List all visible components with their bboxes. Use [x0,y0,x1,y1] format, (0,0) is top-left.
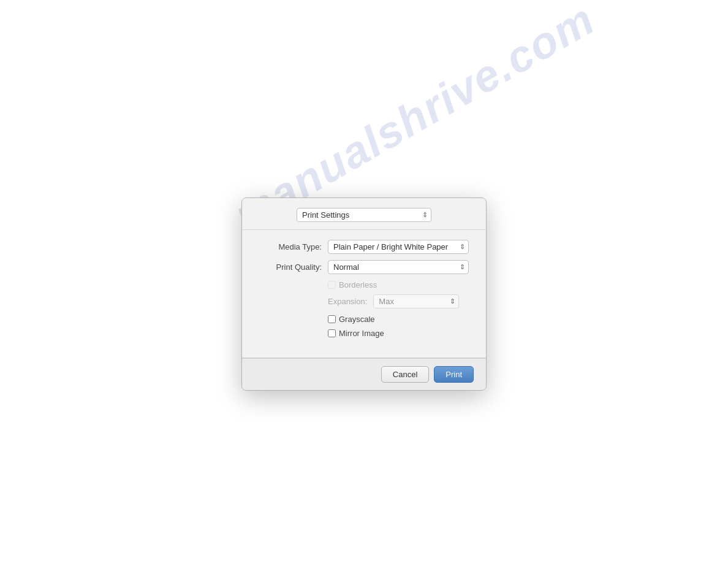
cancel-button[interactable]: Cancel [381,366,429,383]
media-type-dropdown[interactable]: Plain Paper / Bright White Paper Photo P… [328,240,469,254]
mirror-image-label: Mirror Image [339,329,384,338]
panel-selector-section: Print Settings Layout Color Matching Pap… [242,198,486,230]
mirror-image-checkbox[interactable] [328,329,336,337]
media-type-select-wrapper[interactable]: Plain Paper / Bright White Paper Photo P… [328,240,469,254]
borderless-label: Borderless [339,280,377,289]
media-type-row: Media Type: Plain Paper / Bright White P… [254,240,474,254]
dialog-body: Media Type: Plain Paper / Bright White P… [242,230,486,353]
grayscale-label: Grayscale [339,315,375,324]
print-quality-label: Print Quality: [254,262,322,272]
expansion-label: Expansion: [328,297,367,306]
expansion-dropdown[interactable]: Min Mid Max [373,294,459,308]
expansion-row: Expansion: Min Mid Max [254,294,474,308]
dialog-footer: Cancel Print [242,358,486,390]
print-quality-dropdown[interactable]: Draft Normal Fine Super Fine Best Photo [328,260,469,274]
print-quality-row: Print Quality: Draft Normal Fine Super F… [254,260,474,274]
media-type-label: Media Type: [254,242,322,251]
print-button[interactable]: Print [434,366,474,383]
grayscale-checkbox[interactable] [328,315,336,323]
grayscale-row: Grayscale [254,315,474,324]
borderless-checkbox[interactable] [328,281,336,289]
print-quality-select-wrapper[interactable]: Draft Normal Fine Super Fine Best Photo [328,260,469,274]
panel-selector-dropdown[interactable]: Print Settings Layout Color Matching Pap… [297,208,431,222]
mirror-image-row: Mirror Image [254,329,474,338]
panel-selector-wrapper[interactable]: Print Settings Layout Color Matching Pap… [297,208,431,222]
expansion-select-wrapper[interactable]: Min Mid Max [373,294,459,308]
dialog-overlay: Print Settings Layout Color Matching Pap… [0,0,728,563]
print-settings-dialog: Print Settings Layout Color Matching Pap… [241,197,487,391]
borderless-row: Borderless [254,280,474,289]
